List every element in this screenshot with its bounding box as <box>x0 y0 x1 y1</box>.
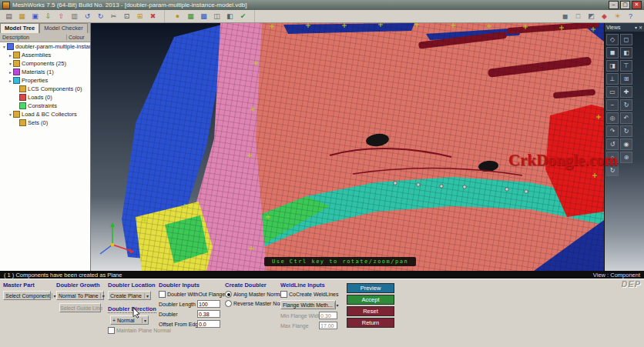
import-icon[interactable]: ⇩ <box>42 10 55 22</box>
select-guide-line-button[interactable]: Select Guide Line <box>59 303 101 312</box>
front-view-icon[interactable]: ◻ <box>620 34 632 45</box>
doubler-direction-dropdown[interactable]: + Normal ▾ <box>110 315 149 325</box>
along-master-normal-radio[interactable] <box>225 291 232 298</box>
flange-width-method-dropdown[interactable]: Flange Width Meth... ▾ <box>280 300 336 309</box>
back-view-icon[interactable]: ◼ <box>606 47 619 58</box>
tree-item[interactable]: ▾doubler-param-multiple-instance- <box>0 42 90 51</box>
tree-column-description[interactable]: Description <box>0 35 67 40</box>
cut-icon[interactable]: ✂ <box>107 10 120 22</box>
check-icon[interactable]: ✔ <box>236 10 250 22</box>
help-icon[interactable]: ? <box>624 10 637 22</box>
minimize-button[interactable]: – <box>609 1 619 9</box>
maintain-plane-normal-checkbox[interactable] <box>108 327 115 334</box>
save-icon[interactable]: ▣ <box>29 10 42 22</box>
master-part-value: Select Component <box>5 293 50 299</box>
views-panel: Views ▾ ✕ ◇◻◼◧◨⊤⊥⊞▭✚−↻◎↶↷↻↺◉⌂⊕↻ <box>604 23 644 271</box>
doubler-growth-dropdown[interactable]: Normal To Plane ▾ <box>56 291 104 300</box>
iso-view-icon[interactable]: ◇ <box>606 34 619 45</box>
print-icon[interactable]: ▥ <box>68 10 81 22</box>
accept-button[interactable]: Accept <box>347 295 394 305</box>
open-icon[interactable]: ▦ <box>15 10 29 22</box>
chevron-down-icon: ▾ <box>334 302 339 308</box>
reverse-master-normal-radio[interactable] <box>225 300 232 307</box>
tree-item-label: Properties <box>22 77 48 84</box>
tree-item[interactable]: ▸Materials (1) <box>0 68 90 76</box>
center-view-icon[interactable]: ⊕ <box>620 152 632 163</box>
doubler-length-row: Doubler Length <box>159 300 222 308</box>
offset-from-edge-input[interactable] <box>197 320 220 328</box>
new-file-icon[interactable]: ▤ <box>2 10 15 22</box>
wireframe-view-icon[interactable]: □ <box>572 10 585 22</box>
master-part-dropdown[interactable]: Select Component ▾ <box>3 291 51 300</box>
bottom-view-icon[interactable]: ⊥ <box>606 73 619 85</box>
redo-icon[interactable]: ↻ <box>94 10 107 22</box>
spin-view-icon[interactable]: ◉ <box>620 138 632 150</box>
top-view-icon[interactable]: ⊤ <box>620 60 632 72</box>
shaded-view-icon[interactable]: ◼ <box>558 10 572 22</box>
transparency-icon[interactable]: ◩ <box>585 10 598 22</box>
tree-column-colour[interactable]: Colour <box>67 35 90 40</box>
rotate-view-icon[interactable]: ↻ <box>620 99 632 111</box>
previous-view-icon[interactable]: ↶ <box>620 112 632 124</box>
rotate-x-icon[interactable]: ↻ <box>620 125 632 137</box>
3d-viewport[interactable]: Use Ctrl key to rotate/zoom/pan <box>91 23 604 271</box>
tree-expand-icon[interactable]: ▾ <box>8 62 13 66</box>
paste-icon[interactable]: ⊞ <box>133 10 146 22</box>
doubler-panel: DEP Master Part Select Component ▾ Doubl… <box>0 279 644 347</box>
preview-button[interactable]: Preview <box>347 283 394 293</box>
pan-view-icon[interactable]: ◎ <box>606 112 619 124</box>
master-part-label: Master Part <box>3 282 51 289</box>
tree-item[interactable]: ▾Load & BC Collectors <box>0 110 90 118</box>
node-icon[interactable]: ● <box>171 10 184 22</box>
tab-model-checker[interactable]: Model Checker <box>39 23 87 33</box>
delete-icon[interactable]: ✖ <box>146 10 159 22</box>
element-icon[interactable]: ▦ <box>184 10 197 22</box>
fit-view-icon[interactable]: ⊞ <box>620 73 632 85</box>
status-bar: ( 1 ) Components have been created as Pl… <box>0 271 644 279</box>
tree-item[interactable]: Constraints <box>0 102 90 110</box>
tree-expand-icon[interactable]: ▾ <box>2 45 7 49</box>
split-icon[interactable]: ◫ <box>210 10 223 22</box>
tree-expand-icon[interactable]: ▸ <box>8 53 13 58</box>
master-part-section: Master Part Select Component ▾ <box>3 282 51 300</box>
close-button[interactable]: ✕ <box>632 1 642 9</box>
min-flange-width-input[interactable] <box>319 312 337 319</box>
pin-icon[interactable]: ▾ <box>635 25 637 30</box>
doubler-without-flange-checkbox[interactable] <box>159 291 166 298</box>
mesh-grid-overlay <box>91 23 604 271</box>
return-button[interactable]: Return <box>347 318 394 328</box>
tree-expand-icon[interactable]: ▾ <box>8 112 13 117</box>
tree-item[interactable]: Loads (0) <box>0 93 90 102</box>
maximize-button[interactable]: ▢ <box>620 1 630 9</box>
mesh-icon[interactable]: ▩ <box>197 10 210 22</box>
zoom-window-icon[interactable]: ▭ <box>606 86 619 98</box>
export-icon[interactable]: ⇧ <box>55 10 68 22</box>
reverse-master-normal-row: Reverse Master Normal <box>225 300 277 307</box>
tree-expand-icon[interactable]: ▸ <box>8 70 13 75</box>
tree-item[interactable]: Sets (0) <box>0 118 90 127</box>
doubler-location-dropdown[interactable]: Create Plane ▾ <box>108 291 151 300</box>
light-icon[interactable]: ☀ <box>611 10 624 22</box>
tree-item[interactable]: ▾Components (25) <box>0 59 90 68</box>
right-view-icon[interactable]: ◨ <box>606 60 619 72</box>
left-view-icon[interactable]: ◧ <box>620 47 632 58</box>
zoom-out-icon[interactable]: − <box>606 99 619 111</box>
max-flange-input[interactable] <box>319 322 337 329</box>
tab-model-tree[interactable]: Model Tree <box>0 23 39 33</box>
tree-item[interactable]: LCS Components (0) <box>0 85 90 93</box>
tree-expand-icon[interactable]: ▸ <box>8 78 13 83</box>
tree-item[interactable]: ▸Properties <box>0 76 90 85</box>
tree-item[interactable]: ▸Assemblies <box>0 51 90 59</box>
zoom-in-icon[interactable]: ✚ <box>620 86 632 98</box>
merge-icon[interactable]: ◧ <box>223 10 236 22</box>
next-view-icon[interactable]: ↷ <box>606 125 619 137</box>
reset-button[interactable]: Reset <box>347 306 394 316</box>
doubler-input[interactable] <box>197 310 220 318</box>
copy-icon[interactable]: ⊡ <box>120 10 133 22</box>
color-icon[interactable]: ◆ <box>598 10 611 22</box>
cocreate-weldlines-checkbox[interactable] <box>280 291 287 298</box>
undo-icon[interactable]: ↺ <box>81 10 94 22</box>
rotate-y-icon[interactable]: ↺ <box>606 138 619 150</box>
close-icon[interactable]: ✕ <box>639 25 642 30</box>
doubler-length-input[interactable] <box>197 300 220 308</box>
